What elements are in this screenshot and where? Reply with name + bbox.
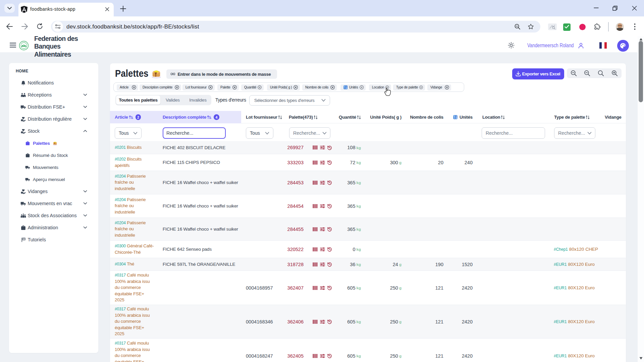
svg-text:4: 4 bbox=[346, 87, 347, 89]
svg-text:3: 3 bbox=[344, 87, 345, 89]
svg-text:3: 3 bbox=[454, 117, 455, 119]
svg-text:4: 4 bbox=[456, 117, 457, 119]
